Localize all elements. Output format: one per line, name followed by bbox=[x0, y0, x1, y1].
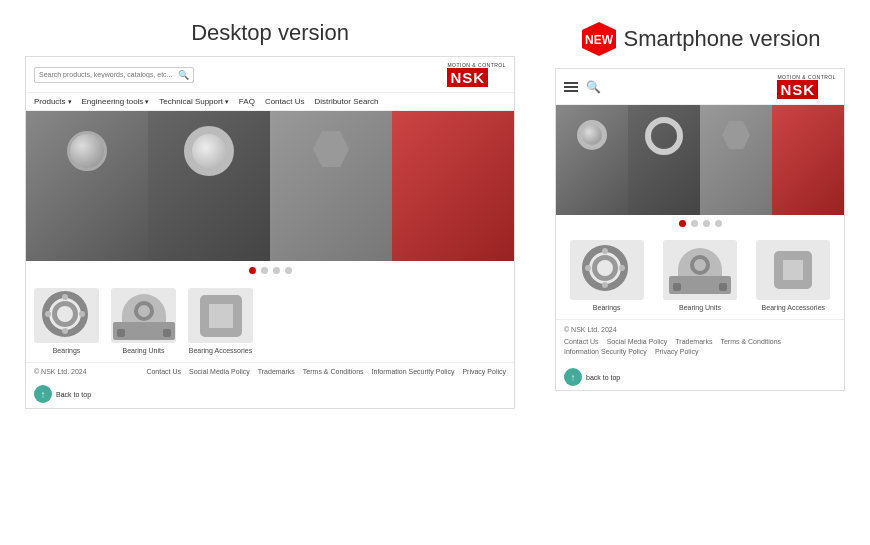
ball-bearing-shape bbox=[67, 131, 107, 171]
phone-product-accessories[interactable]: Bearing Accessories bbox=[751, 240, 836, 311]
desktop-logo-text: NSK bbox=[447, 68, 488, 87]
desktop-units-label: Bearing Units bbox=[122, 347, 164, 354]
phone-logo-text: NSK bbox=[777, 80, 818, 99]
desktop-bearings-label: Bearings bbox=[53, 347, 81, 354]
phone-ball-2 bbox=[619, 265, 625, 271]
desktop-product-img-units bbox=[111, 288, 176, 343]
nav-contact[interactable]: Contact Us bbox=[265, 97, 305, 106]
desktop-accessories-label: Bearing Accessories bbox=[189, 347, 252, 354]
phone-footer-links-row2: Information Security Policy Privacy Poli… bbox=[564, 348, 836, 355]
pillow-bolt-1 bbox=[117, 329, 125, 337]
phone-back-to-top-icon: ↑ bbox=[564, 368, 582, 386]
smartphone-title-text: Smartphone version bbox=[624, 26, 821, 52]
phone-pillow-inner bbox=[690, 255, 710, 275]
desktop-back-to-top[interactable]: ↑ Back to top bbox=[26, 380, 514, 408]
dot-4[interactable] bbox=[285, 267, 292, 274]
hero-panel-2 bbox=[148, 111, 270, 261]
footer-privacy[interactable]: Privacy Policy bbox=[462, 368, 506, 375]
nav-technical[interactable]: Technical Support bbox=[159, 97, 229, 106]
phone-hero-panel-4 bbox=[772, 105, 844, 215]
back-to-top-icon: ↑ bbox=[34, 385, 52, 403]
dot-3[interactable] bbox=[273, 267, 280, 274]
hamburger-line-3 bbox=[564, 90, 578, 92]
phone-footer-privacy[interactable]: Privacy Policy bbox=[655, 348, 699, 355]
bearing-ring-shape bbox=[184, 126, 234, 176]
desktop-footer-links: Contact Us Social Media Policy Trademark… bbox=[146, 368, 506, 375]
phone-footer-copyright: © NSK Ltd. 2024 bbox=[564, 326, 836, 333]
hero-panel-4 bbox=[392, 111, 514, 261]
desktop-carousel-dots bbox=[26, 261, 514, 280]
footer-social[interactable]: Social Media Policy bbox=[189, 368, 250, 375]
phone-ball-4 bbox=[585, 265, 591, 271]
new-badge-icon: NEW bbox=[580, 20, 618, 58]
phone-dot-3[interactable] bbox=[703, 220, 710, 227]
desktop-version-title: Desktop version bbox=[25, 20, 515, 46]
hero-panel-1 bbox=[26, 111, 148, 261]
phone-nut-shape bbox=[722, 121, 750, 149]
desktop-search-box[interactable]: 🔍 bbox=[34, 67, 194, 83]
phone-search-icon[interactable]: 🔍 bbox=[586, 80, 601, 94]
dot-2[interactable] bbox=[261, 267, 268, 274]
phone-product-img-bearings bbox=[570, 240, 644, 300]
phone-footer-security[interactable]: Information Security Policy bbox=[564, 348, 647, 355]
phone-footer-social[interactable]: Social Media Policy bbox=[607, 338, 668, 345]
back-to-top-label: Back to top bbox=[56, 391, 91, 398]
desktop-nav: Products Engineering tools Technical Sup… bbox=[26, 93, 514, 111]
phone-bearing-shape bbox=[577, 120, 607, 150]
bearing-illustration bbox=[42, 291, 92, 341]
phone-bearing-inner bbox=[592, 255, 618, 281]
nav-faq[interactable]: FAQ bbox=[239, 97, 255, 106]
hamburger-menu-button[interactable] bbox=[564, 82, 578, 92]
phone-hero-banner bbox=[556, 105, 844, 215]
phone-nsk-logo: MOTION & CONTROL NSK bbox=[777, 74, 836, 99]
phone-back-to-top[interactable]: ↑ back to top bbox=[556, 364, 844, 390]
pillow-block-illustration bbox=[113, 292, 175, 340]
hero-panel-3 bbox=[270, 111, 392, 261]
phone-product-bearing-units[interactable]: Bearing Units bbox=[657, 240, 742, 311]
desktop-product-bearing-units[interactable]: Bearing Units bbox=[111, 288, 176, 354]
phone-hero-panel-1 bbox=[556, 105, 628, 215]
phone-footer: © NSK Ltd. 2024 Contact Us Social Media … bbox=[556, 319, 844, 364]
svg-text:NEW: NEW bbox=[585, 33, 614, 47]
phone-footer-trademarks[interactable]: Trademarks bbox=[675, 338, 712, 345]
phone-ball-1 bbox=[602, 248, 608, 254]
pillow-inner bbox=[134, 301, 154, 321]
nav-distributor[interactable]: Distributor Search bbox=[314, 97, 378, 106]
phone-product-cards: Bearings Bearing Units bbox=[556, 232, 844, 319]
phone-carousel-dots bbox=[556, 215, 844, 232]
phone-ring-shape bbox=[645, 117, 683, 155]
desktop-product-cards: Bearings Bearing Units bbox=[26, 280, 514, 362]
phone-dot-4[interactable] bbox=[715, 220, 722, 227]
phone-footer-contact[interactable]: Contact Us bbox=[564, 338, 599, 345]
phone-product-bearings[interactable]: Bearings bbox=[564, 240, 649, 311]
footer-terms[interactable]: Terms & Conditions bbox=[303, 368, 364, 375]
phone-dot-1[interactable] bbox=[679, 220, 686, 227]
footer-trademarks[interactable]: Trademarks bbox=[258, 368, 295, 375]
smartphone-title-wrapper: NEW Smartphone version bbox=[555, 20, 845, 58]
dot-1[interactable] bbox=[249, 267, 256, 274]
footer-security[interactable]: Information Security Policy bbox=[372, 368, 455, 375]
phone-hero-panel-3 bbox=[700, 105, 772, 215]
bearing-ball-4 bbox=[45, 311, 51, 317]
desktop-search-input[interactable] bbox=[39, 71, 178, 78]
bearing-ball-1 bbox=[62, 294, 68, 300]
hex-nut-shape bbox=[313, 131, 349, 167]
phone-footer-links-row1: Contact Us Social Media Policy Trademark… bbox=[564, 338, 836, 345]
phone-header: 🔍 MOTION & CONTROL NSK bbox=[556, 69, 844, 105]
phone-product-img-units bbox=[663, 240, 737, 300]
desktop-hero-banner bbox=[26, 111, 514, 261]
nav-products[interactable]: Products bbox=[34, 97, 72, 106]
hamburger-line-1 bbox=[564, 82, 578, 84]
phone-footer-terms[interactable]: Terms & Conditions bbox=[720, 338, 781, 345]
footer-contact[interactable]: Contact Us bbox=[146, 368, 181, 375]
desktop-product-bearings[interactable]: Bearings bbox=[34, 288, 99, 354]
desktop-title-text: Desktop version bbox=[191, 20, 349, 45]
phone-pillow-bolt1 bbox=[673, 283, 681, 291]
desktop-nsk-logo: MOTION & CONTROL NSK bbox=[447, 62, 506, 87]
desktop-product-accessories[interactable]: Bearing Accessories bbox=[188, 288, 253, 354]
hamburger-line-2 bbox=[564, 86, 578, 88]
phone-dot-2[interactable] bbox=[691, 220, 698, 227]
phone-header-left: 🔍 bbox=[564, 80, 601, 94]
phone-hero-panel-2 bbox=[628, 105, 700, 215]
nav-engineering[interactable]: Engineering tools bbox=[82, 97, 150, 106]
